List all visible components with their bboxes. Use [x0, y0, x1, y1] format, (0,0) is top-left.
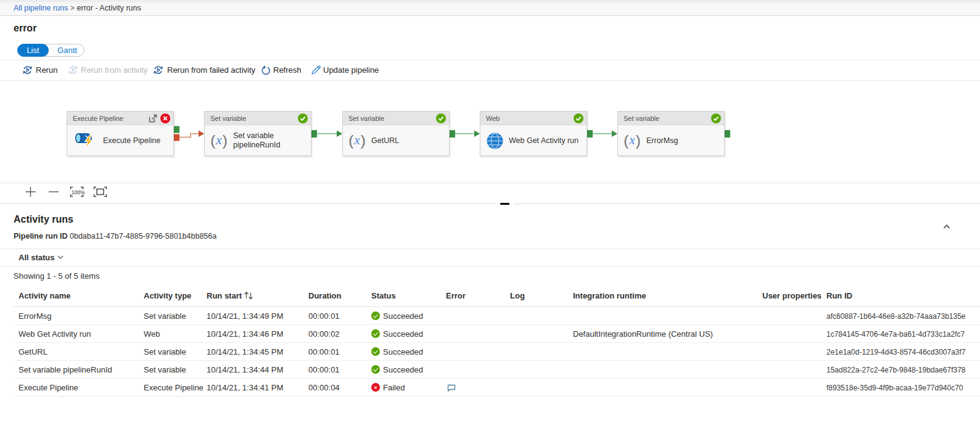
- svg-text:100%: 100%: [72, 189, 85, 195]
